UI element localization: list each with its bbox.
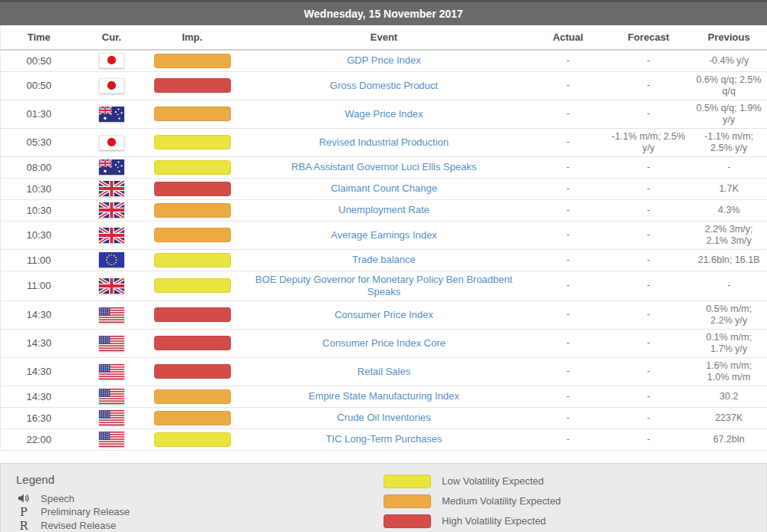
- legend-item-label: Preliminary Release: [41, 506, 130, 517]
- low-importance-bar: [154, 135, 231, 149]
- legend-item: Speech: [16, 493, 384, 504]
- event-link[interactable]: Consumer Price Index: [334, 309, 433, 320]
- event-link[interactable]: GDP Price Index: [347, 54, 421, 66]
- actual-value: -: [530, 199, 607, 221]
- column-header-previous: Previous: [691, 25, 767, 50]
- gbp-flag-icon: [99, 228, 124, 243]
- actual-value: -: [530, 156, 607, 178]
- event-cell: Claimant Count Change: [239, 178, 530, 199]
- table-row: 14:30 Consumer Price Index - - 0.5% m/m;…: [1, 300, 767, 329]
- usd-flag-icon: [99, 336, 124, 351]
- event-link[interactable]: Average Earnings Index: [331, 229, 437, 241]
- table-row: 22:00 TIC Long-Term Purchases - - 67.2bl…: [1, 429, 767, 450]
- importance-cell: [146, 128, 239, 156]
- table-row: 16:30 Crude Oil Inventories - - 2237K: [1, 407, 767, 429]
- medium-importance-bar: [154, 203, 231, 218]
- speaker-icon: [16, 493, 31, 504]
- previous-value: 30.2: [691, 386, 767, 407]
- actual-value: -: [530, 128, 607, 156]
- actual-value: -: [530, 329, 607, 357]
- medium-importance-bar: [154, 228, 231, 242]
- forecast-value: -: [607, 407, 691, 429]
- event-link[interactable]: TIC Long-Term Purchases: [326, 433, 443, 445]
- volatility-legend-row: Medium Volatility Expected: [384, 494, 751, 508]
- date-title: Wednesday, 15 November 2017: [304, 8, 463, 20]
- actual-value: -: [530, 429, 607, 450]
- high-volatility-swatch-icon: [384, 514, 431, 528]
- high-importance-bar: [154, 364, 231, 379]
- forecast-value: -: [607, 386, 691, 407]
- table-row: 08:00 RBA Assistant Governor Luci Ellis …: [1, 156, 767, 178]
- event-link[interactable]: Gross Domestic Product: [330, 80, 438, 91]
- forecast-value: -: [607, 71, 691, 100]
- event-time: 10:30: [1, 178, 77, 199]
- event-link[interactable]: Claimant Count Change: [331, 182, 437, 194]
- event-link[interactable]: Unemployment Rate: [338, 204, 430, 215]
- flag-cell: [77, 271, 146, 300]
- actual-value: -: [530, 249, 607, 271]
- flag-cell: [77, 178, 146, 199]
- low-importance-bar: [154, 278, 231, 293]
- gbp-flag-icon: [99, 181, 124, 196]
- event-link[interactable]: RBA Assistant Governor Luci Ellis Speaks: [291, 161, 476, 172]
- high-importance-bar: [154, 307, 231, 322]
- event-link[interactable]: Trade balance: [352, 254, 416, 265]
- event-time: 14:30: [1, 386, 77, 407]
- flag-cell: [77, 100, 146, 128]
- table-row: 10:30 Claimant Count Change - - 1.7K: [1, 178, 767, 199]
- actual-value: -: [530, 50, 607, 71]
- event-time: 14:30: [1, 357, 77, 386]
- event-time: 22:00: [1, 429, 77, 450]
- flag-cell: [77, 128, 146, 156]
- table-row: 11:00 BOE Deputy Governor for Monetary P…: [1, 271, 767, 300]
- previous-value: 4.3%: [691, 199, 767, 221]
- event-time: 11:00: [1, 271, 77, 300]
- importance-cell: [146, 50, 239, 71]
- events-table-body: 00:50 GDP Price Index - - -0.4% y/y 00:5…: [1, 50, 767, 450]
- previous-value: -: [691, 156, 767, 178]
- event-link[interactable]: Consumer Price Index Core: [322, 337, 445, 349]
- event-cell: GDP Price Index: [239, 50, 530, 71]
- previous-value: -1.1% m/m; 2.5% y/y: [691, 128, 767, 156]
- column-header-importance: Imp.: [146, 25, 239, 50]
- forecast-value: -: [607, 178, 691, 199]
- flag-cell: [77, 407, 146, 429]
- previous-value: 1.6% m/m; 1.0% m/m: [691, 357, 767, 386]
- event-time: 16:30: [1, 407, 77, 429]
- previous-value: 1.7K: [691, 178, 767, 199]
- event-time: 00:50: [1, 71, 77, 100]
- event-link[interactable]: Empire State Manufacturing Index: [308, 390, 459, 402]
- flag-cell: [77, 249, 146, 271]
- column-header-currency: Cur.: [77, 25, 146, 50]
- flag-cell: [77, 71, 146, 100]
- legend-item: R Revised Release: [16, 520, 384, 532]
- date-header-bar: Wednesday, 15 November 2017: [0, 0, 767, 25]
- forecast-value: -: [607, 50, 691, 71]
- previous-value: -: [691, 271, 767, 300]
- event-cell: Retail Sales: [239, 357, 530, 386]
- forecast-value: -: [607, 271, 691, 300]
- event-cell: Gross Domestic Product: [239, 71, 530, 100]
- event-link[interactable]: Crude Oil Inventories: [337, 412, 430, 423]
- events-table: Time Cur. Imp. Event Actual Forecast Pre…: [0, 25, 767, 451]
- previous-value: 0.5% q/q; 1.9% y/y: [691, 100, 767, 128]
- importance-cell: [146, 329, 239, 357]
- importance-cell: [146, 249, 239, 271]
- previous-value: -0.4% y/y: [691, 50, 767, 71]
- forecast-value: -: [607, 100, 691, 128]
- economic-calendar-page: Wednesday, 15 November 2017 Time Cur. Im…: [0, 0, 767, 532]
- event-time: 08:00: [1, 156, 77, 178]
- event-link[interactable]: Revised Industrial Production: [319, 136, 449, 148]
- legend-item-label: Speech: [41, 493, 74, 504]
- event-link[interactable]: BOE Deputy Governor for Monetary Policy …: [255, 274, 512, 297]
- high-importance-bar: [154, 182, 231, 196]
- actual-value: -: [530, 300, 607, 329]
- previous-value: 0.6% q/q; 2.5% q/q: [691, 71, 767, 100]
- event-link[interactable]: Wage Price Index: [344, 108, 423, 120]
- event-link[interactable]: Retail Sales: [357, 366, 410, 377]
- legend-item-label: Revised Release: [41, 520, 116, 531]
- flag-cell: [77, 221, 146, 249]
- importance-cell: [146, 100, 239, 128]
- flag-cell: [77, 429, 146, 450]
- previous-value: 0.1% m/m; 1.7% y/y: [691, 329, 767, 357]
